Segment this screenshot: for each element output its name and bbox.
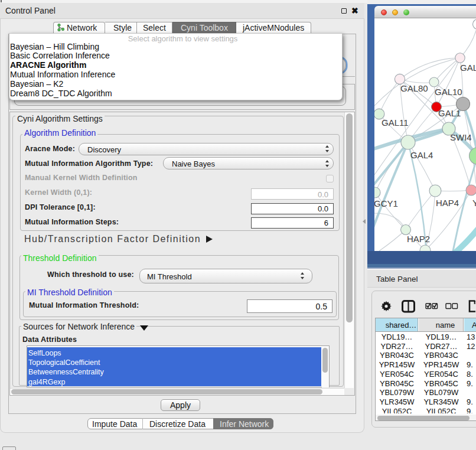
svg-text:GCY1: GCY1 <box>374 198 398 208</box>
svg-text:GAL2: GAL2 <box>460 63 476 73</box>
svg-text:GAL80: GAL80 <box>400 83 428 93</box>
svg-text:HAP2: HAP2 <box>407 234 430 244</box>
svg-text:HAP4: HAP4 <box>436 198 459 208</box>
svg-text:SWI4: SWI4 <box>450 132 472 142</box>
svg-text:GAL1: GAL1 <box>438 108 461 118</box>
svg-text:Y: Y <box>472 198 476 208</box>
svg-text:GAL10: GAL10 <box>435 87 462 97</box>
svg-text:GAL11: GAL11 <box>382 118 409 128</box>
svg-text:GAL4: GAL4 <box>410 150 433 160</box>
